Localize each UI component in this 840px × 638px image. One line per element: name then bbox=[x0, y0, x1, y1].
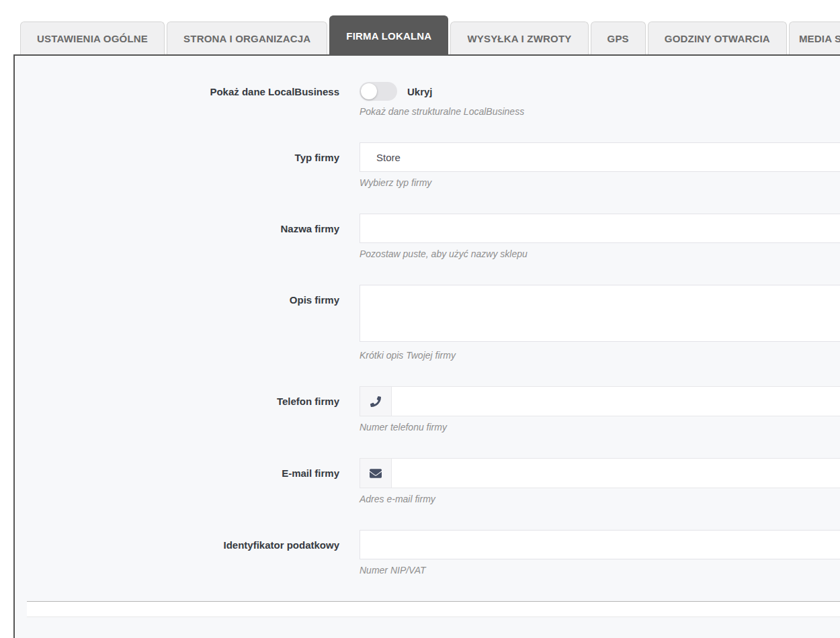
tax-id-label: Identyfikator podatkowy bbox=[15, 530, 339, 551]
business-email-label: E-mail firmy bbox=[15, 458, 339, 480]
tax-id-helper: Numer NIP/VAT bbox=[360, 565, 840, 576]
form-row-business-email: E-mail firmy Adres e-mail firmy bbox=[15, 458, 840, 504]
business-phone-helper: Numer telefonu firmy bbox=[360, 422, 840, 432]
tab-ustawienia-ogolne[interactable]: USTAWIENIA OGÓLNE bbox=[20, 21, 165, 54]
local-business-form: Pokaż dane LocalBusiness Ukryj Pokaż dan… bbox=[15, 56, 840, 617]
business-name-helper: Pozostaw puste, aby użyć nazwy sklepu bbox=[360, 248, 840, 259]
phone-addon bbox=[360, 386, 392, 416]
form-row-business-description: Opis firmy Krótki opis Twojej firmy bbox=[15, 285, 840, 361]
tab-media-spolecznosciowe[interactable]: MEDIA SP bbox=[789, 21, 840, 54]
tab-gps[interactable]: GPS bbox=[591, 21, 646, 54]
email-addon bbox=[360, 458, 392, 488]
toggle-state-label: Ukryj bbox=[407, 86, 433, 97]
business-description-textarea[interactable] bbox=[360, 285, 840, 342]
business-phone-input[interactable] bbox=[391, 386, 840, 416]
toggle-knob bbox=[361, 83, 377, 99]
business-description-helper: Krótki opis Twojej firmy bbox=[360, 350, 840, 361]
panel-footer bbox=[27, 602, 840, 617]
form-row-business-phone: Telefon firmy Numer telefonu firmy bbox=[15, 386, 840, 432]
envelope-icon bbox=[370, 467, 382, 480]
form-row-show-localbusiness: Pokaż dane LocalBusiness Ukryj Pokaż dan… bbox=[15, 82, 840, 117]
firma-lokalna-panel: Pokaż dane LocalBusiness Ukryj Pokaż dan… bbox=[13, 54, 840, 638]
tab-strona-i-organizacja[interactable]: STRONA I ORGANIZACJA bbox=[167, 21, 327, 54]
business-type-select[interactable]: Store bbox=[360, 142, 840, 172]
settings-tabs: USTAWIENIA OGÓLNE STRONA I ORGANIZACJA F… bbox=[0, 15, 840, 54]
tab-firma-lokalna[interactable]: FIRMA LOKALNA bbox=[329, 15, 448, 56]
tab-wysylka-i-zwroty[interactable]: WYSYŁKA I ZWROTY bbox=[450, 21, 588, 54]
business-email-helper: Adres e-mail firmy bbox=[360, 494, 840, 504]
show-localbusiness-toggle[interactable] bbox=[360, 82, 397, 101]
show-localbusiness-helper: Pokaż dane strukturalne LocalBusiness bbox=[360, 106, 840, 117]
business-type-label: Typ firmy bbox=[15, 142, 339, 164]
show-localbusiness-label: Pokaż dane LocalBusiness bbox=[15, 82, 339, 98]
form-row-business-type: Typ firmy Store Wybierz typ firmy bbox=[15, 142, 840, 188]
tax-id-input[interactable] bbox=[360, 530, 840, 559]
business-type-helper: Wybierz typ firmy bbox=[360, 177, 840, 188]
business-name-label: Nazwa firmy bbox=[15, 214, 339, 235]
phone-icon bbox=[370, 396, 381, 407]
business-name-input[interactable] bbox=[360, 214, 840, 243]
tab-godziny-otwarcia[interactable]: GODZINY OTWARCIA bbox=[648, 21, 787, 54]
business-email-input[interactable] bbox=[391, 458, 840, 488]
form-row-business-name: Nazwa firmy Pozostaw puste, aby użyć naz… bbox=[15, 214, 840, 259]
form-row-tax-id: Identyfikator podatkowy Numer NIP/VAT bbox=[15, 530, 840, 576]
business-description-label: Opis firmy bbox=[15, 285, 339, 306]
business-phone-label: Telefon firmy bbox=[15, 386, 339, 408]
